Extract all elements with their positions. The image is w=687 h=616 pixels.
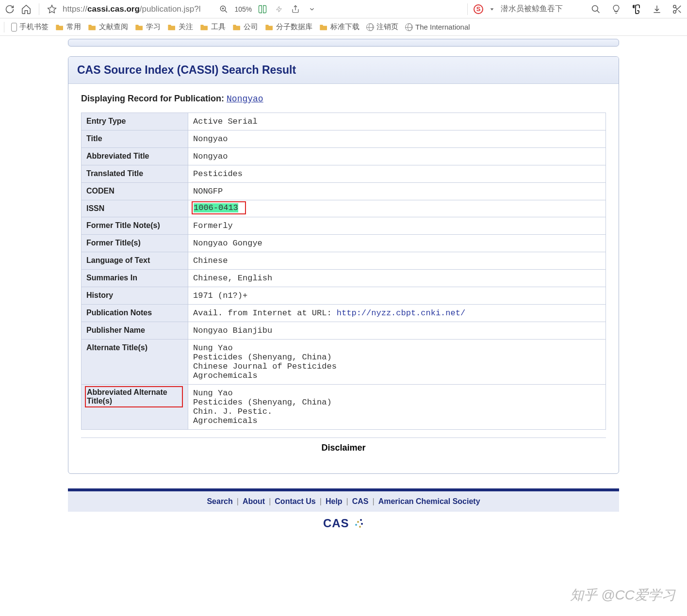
svg-marker-0	[48, 5, 56, 13]
reload-icon[interactable]	[4, 3, 16, 15]
svg-marker-7	[491, 8, 494, 10]
publication-link[interactable]: Nongyao	[227, 94, 263, 104]
globe-icon	[405, 23, 413, 31]
url-path: /publication.jsp?l	[140, 4, 201, 14]
bookmark-label: 学习	[146, 22, 161, 32]
star-icon[interactable]	[46, 3, 58, 15]
bookmark-label: 标准下载	[330, 22, 360, 32]
globe-icon	[366, 23, 374, 31]
svg-line-14	[675, 7, 677, 9]
bookmark-label: 公司	[244, 22, 258, 32]
lightning-icon[interactable]	[273, 3, 285, 15]
bookmark-label: 关注	[179, 22, 193, 32]
reader-icon[interactable]	[257, 3, 268, 15]
folder-icon	[135, 24, 144, 31]
bookmark-globe[interactable]: The International	[405, 23, 470, 31]
bookmark-folder[interactable]: 文献查阅	[88, 22, 128, 32]
zoom-icon[interactable]	[218, 3, 229, 15]
share-icon[interactable]	[290, 3, 301, 15]
scissors-icon[interactable]	[671, 3, 683, 15]
table-row: Former Title Note(s)Formerly	[82, 217, 606, 235]
folder-icon	[55, 24, 64, 31]
row-value: Nung YaoPesticides (Shenyang, China)Chin…	[188, 340, 606, 385]
svg-point-11	[673, 10, 676, 13]
row-key: ISSN	[82, 200, 188, 217]
footer-link[interactable]: American Chemical Society	[378, 497, 480, 505]
browser-search: S	[464, 3, 578, 15]
svg-line-2	[225, 10, 228, 13]
search-input[interactable]	[501, 5, 578, 14]
publication-url-link[interactable]: http://nyzz.cbpt.cnki.net/	[337, 308, 465, 318]
chevron-down-icon[interactable]	[306, 3, 318, 15]
bulb-icon[interactable]	[610, 3, 622, 15]
disclaimer-link[interactable]: Disclaimer	[81, 438, 606, 462]
svg-point-10	[673, 5, 676, 8]
folder-icon	[319, 24, 328, 31]
page-content: CAS Source Index (CASSI) Search Result D…	[0, 39, 687, 532]
bookmark-label: 常用	[66, 22, 81, 32]
result-header: CAS Source Index (CASSI) Search Result	[68, 57, 619, 84]
bookmark-phone[interactable]: 手机书签	[11, 22, 49, 32]
table-row: Entry TypeActive Serial	[82, 113, 606, 130]
url-host: cassi.cas.org	[87, 4, 140, 14]
page-title: CAS Source Index (CASSI) Search Result	[77, 64, 610, 77]
url-bar[interactable]: https://cassi.cas.org/publication.jsp?l	[63, 4, 200, 14]
bookmark-label: 注销页	[376, 22, 398, 32]
bookmark-label: 文献查阅	[99, 22, 128, 32]
sogou-icon[interactable]: S	[474, 4, 483, 14]
bookmark-folder[interactable]: 分子数据库	[265, 22, 312, 32]
bookmark-folder[interactable]: 公司	[232, 22, 258, 32]
table-row: TitleNongyao	[82, 130, 606, 148]
bookmark-label: 分子数据库	[276, 22, 312, 32]
row-key: Title	[82, 130, 188, 148]
row-value: Nongyao Bianjibu	[188, 322, 606, 340]
svg-line-9	[597, 10, 600, 13]
row-key: CODEN	[82, 183, 188, 200]
row-value: Active Serial	[188, 113, 606, 130]
row-value: Nung YaoPesticides (Shenyang, China)Chin…	[188, 385, 606, 430]
row-key: Publisher Name	[82, 322, 188, 340]
footer-link[interactable]: About	[243, 497, 265, 505]
evernote-icon[interactable]	[631, 3, 642, 15]
result-body: Displaying Record for Publication: Nongy…	[68, 84, 619, 473]
footer-link[interactable]: CAS	[352, 497, 369, 505]
table-row: Alternate Title(s)Nung YaoPesticides (Sh…	[82, 340, 606, 385]
bookmark-folder[interactable]: 学习	[135, 22, 161, 32]
row-value: Nongyao	[188, 148, 606, 165]
bookmark-folder[interactable]: 工具	[200, 22, 226, 32]
row-value: 1006-0413	[188, 200, 606, 217]
table-row: Former Title(s)Nongyao Gongye	[82, 235, 606, 252]
folder-icon	[200, 24, 209, 31]
row-key: Summaries In	[82, 270, 188, 287]
footer-links: Search|About|Contact Us|Help|CAS|America…	[68, 491, 619, 512]
home-icon[interactable]	[20, 3, 32, 15]
toolbar-right	[590, 3, 683, 15]
download-icon[interactable]	[651, 3, 663, 15]
row-value: Chinese, English	[188, 270, 606, 287]
bookmark-globe[interactable]: 注销页	[366, 22, 398, 32]
bookmark-label: 手机书签	[19, 22, 49, 32]
row-key: Publication Notes	[82, 305, 188, 322]
row-key: Translated Title	[82, 165, 188, 183]
bookmark-label: The International	[415, 23, 470, 31]
table-row: ISSN1006-0413	[82, 200, 606, 217]
folder-icon	[167, 24, 176, 31]
find-icon[interactable]	[590, 3, 602, 15]
phone-icon	[11, 23, 17, 32]
row-value: NONGFP	[188, 183, 606, 200]
bookmark-folder[interactable]: 关注	[167, 22, 193, 32]
table-row: Publisher NameNongyao Bianjibu	[82, 322, 606, 340]
footer-link[interactable]: Search	[207, 497, 232, 505]
displaying-record: Displaying Record for Publication: Nongy…	[81, 94, 606, 104]
bookmark-folder[interactable]: 标准下载	[319, 22, 360, 32]
row-key: Alternate Title(s)	[82, 340, 188, 385]
data-table: Entry TypeActive SerialTitleNongyaoAbbre…	[81, 113, 606, 430]
search-chevron-icon[interactable]	[486, 3, 498, 15]
row-key: Abbreviated Title	[82, 148, 188, 165]
svg-point-8	[592, 5, 598, 11]
bookmark-folder[interactable]: 常用	[55, 22, 81, 32]
row-value: Chinese	[188, 252, 606, 270]
footer-link[interactable]: Help	[326, 497, 343, 505]
row-key: Entry Type	[82, 113, 188, 130]
footer-link[interactable]: Contact Us	[275, 497, 315, 505]
